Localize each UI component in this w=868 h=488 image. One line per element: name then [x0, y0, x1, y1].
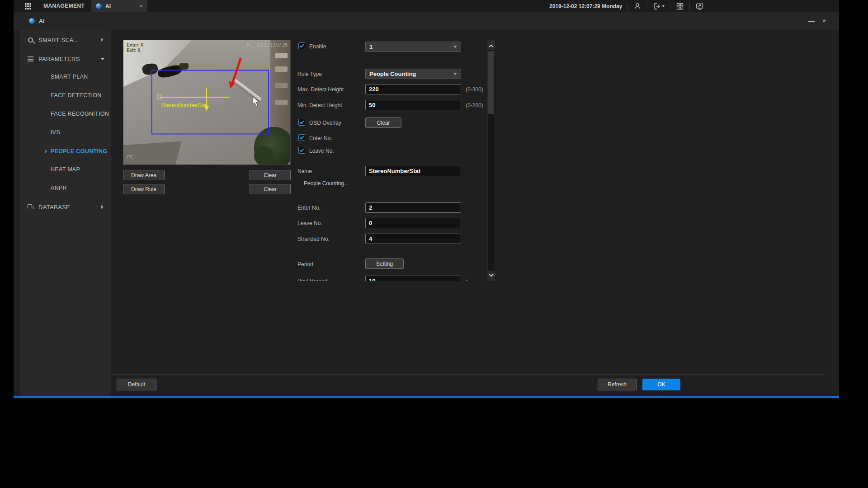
taskbar: MANAGEMENT AI × 2019-12-02 12:07:29 Mond…: [14, 0, 839, 12]
separator: [647, 3, 647, 10]
caret-down-icon: [662, 5, 665, 7]
ok-button[interactable]: OK: [642, 379, 680, 390]
logout-icon[interactable]: [653, 2, 665, 10]
sidebar: SMART SEA... PARAMETERS SMART PLAN FACE …: [20, 30, 111, 396]
rule-overlay: StereoNumberStat: [123, 40, 290, 164]
chevron-right-icon: [101, 205, 104, 209]
list-icon: [26, 55, 34, 63]
minimize-button[interactable]: —: [806, 12, 817, 30]
draw-rule-button[interactable]: Draw Rule: [123, 184, 165, 194]
enter-count-input[interactable]: [365, 202, 461, 213]
scrollbar-thumb[interactable]: [488, 51, 494, 114]
chevron-down-icon: [453, 73, 457, 75]
chevron-down-icon: [101, 58, 104, 60]
leave-no-checkbox[interactable]: [298, 147, 305, 154]
form-scrollbar[interactable]: [487, 40, 495, 281]
min-detect-height-input[interactable]: [365, 100, 461, 110]
scroll-up-button[interactable]: [488, 40, 495, 50]
osd-overlay-checkbox[interactable]: [298, 119, 305, 126]
window-bottom-accent: [14, 396, 839, 398]
separator: [670, 3, 670, 10]
enter-count-label: Enter No.: [297, 205, 321, 211]
window-body: SMART SEA... PARAMETERS SMART PLAN FACE …: [14, 30, 839, 396]
clear-area-button[interactable]: Clear: [250, 170, 291, 180]
draw-area-button[interactable]: Draw Area: [123, 170, 165, 180]
footer-divider: [111, 374, 826, 375]
system-datetime: 2019-12-02 12:07:29 Monday: [549, 3, 622, 9]
close-button[interactable]: ×: [818, 12, 830, 30]
management-menu[interactable]: MANAGEMENT: [43, 0, 85, 12]
osd-clear-button[interactable]: Clear: [365, 117, 401, 128]
max-detect-height-label: Max. Detect Height: [297, 86, 344, 93]
post-record-unit: s: [466, 278, 468, 281]
tab-close-icon[interactable]: ×: [139, 3, 143, 9]
checkmark-icon: [300, 148, 304, 152]
sidebar-item-face-recognition[interactable]: FACE RECOGNITION: [20, 108, 111, 120]
post-record-label: Post Record: [297, 278, 327, 281]
rule-name-overlay: StereoNumberStat: [161, 102, 208, 108]
chevron-right-icon: [101, 38, 104, 42]
period-setting-button[interactable]: Setting: [365, 258, 404, 269]
channel-dropdown[interactable]: 1: [365, 42, 461, 52]
max-detect-range-hint: (0-300): [466, 86, 483, 93]
sidebar-item-database[interactable]: DATABASE: [20, 201, 111, 213]
stranded-count-input[interactable]: [365, 234, 461, 244]
sidebar-item-parameters[interactable]: PARAMETERS: [20, 52, 111, 65]
leave-no-checkbox-label: Leave No.: [309, 148, 334, 154]
sidebar-item-face-detection[interactable]: FACE DETECTION: [20, 89, 111, 102]
rule-type-dropdown[interactable]: People Counting: [365, 69, 461, 79]
post-record-input[interactable]: [365, 276, 461, 281]
camera-preview[interactable]: Enter: 0 Exit: 0 2019-12-02 12:07:28 PC …: [123, 40, 291, 165]
enable-checkbox[interactable]: [298, 42, 305, 49]
stranded-count-label: Stranded No.: [297, 236, 330, 242]
ai-window: AI — × SMART SEA... PARAMETERS SMART PLA…: [14, 12, 839, 398]
enter-no-checkbox-label: Enter No.: [309, 135, 332, 141]
selected-item-arrow-icon: [43, 150, 47, 153]
sidebar-item-heat-map[interactable]: HEAT MAP: [20, 163, 111, 176]
leave-count-input[interactable]: [365, 218, 461, 228]
sidebar-item-smart-plan[interactable]: SMART PLAN: [20, 70, 111, 83]
default-button[interactable]: Default: [117, 379, 156, 390]
sidebar-item-anpr[interactable]: ANPR: [20, 182, 111, 194]
separator: [689, 3, 690, 10]
search-icon: [26, 36, 34, 44]
database-icon: [26, 203, 34, 211]
clear-rule-button[interactable]: Clear: [250, 184, 291, 194]
rule-type-label: Rule Type: [297, 71, 322, 77]
separator: [627, 3, 628, 10]
checkmark-icon: [300, 43, 304, 48]
screen: MANAGEMENT AI × 2019-12-02 12:07:29 Mond…: [0, 0, 868, 488]
user-icon[interactable]: [633, 2, 642, 10]
enter-no-checkbox[interactable]: [298, 134, 305, 141]
sidebar-item-smart-search[interactable]: SMART SEA...: [20, 33, 111, 46]
tab-ai[interactable]: AI ×: [91, 0, 147, 12]
min-detect-height-label: Min. Detect Height: [297, 102, 342, 108]
min-detect-range-hint: (0-200): [466, 102, 483, 108]
refresh-button[interactable]: Refresh: [598, 379, 637, 390]
sidebar-item-people-counting[interactable]: PEOPLE COUNTING: [20, 145, 111, 158]
taskbar-right: 2019-12-02 12:07:29 Monday: [549, 0, 704, 12]
window-title: AI: [39, 12, 44, 30]
settings-form: Enable 1 Rule Type People Counting Max. …: [294, 40, 487, 281]
ai-globe-icon: [96, 3, 102, 9]
mouse-cursor: [253, 97, 259, 106]
name-input[interactable]: [365, 166, 461, 176]
sidebar-item-ivs[interactable]: IVS: [20, 126, 111, 139]
osd-overlay-label: OSD Overlay: [309, 120, 341, 126]
tab-ai-label: AI: [105, 3, 136, 9]
chevron-down-icon: [489, 272, 494, 277]
monitor-icon[interactable]: [695, 2, 704, 10]
apps-grid-icon[interactable]: [24, 3, 32, 10]
max-detect-height-input[interactable]: [365, 84, 461, 94]
chevron-down-icon: [453, 46, 457, 48]
direction-arrowhead: [204, 106, 209, 111]
checkmark-icon: [300, 135, 304, 140]
screen-layout-icon[interactable]: [676, 2, 684, 10]
name-label: Name: [297, 168, 312, 174]
scroll-down-button[interactable]: [488, 271, 495, 281]
people-counting-section-label: People Counting...: [304, 180, 349, 187]
window-titlebar: AI — ×: [14, 12, 839, 30]
period-label: Period: [297, 261, 313, 267]
enable-label: Enable: [309, 43, 326, 50]
checkmark-icon: [300, 120, 304, 124]
